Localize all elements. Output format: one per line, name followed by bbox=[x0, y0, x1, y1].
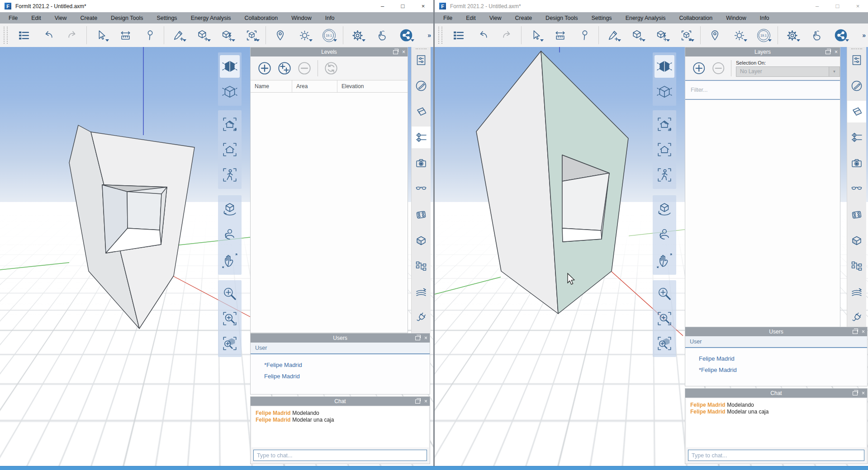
group-button[interactable] bbox=[243, 27, 260, 44]
shadows-button[interactable] bbox=[731, 27, 747, 44]
maximize-button[interactable]: □ bbox=[827, 0, 848, 12]
menu-create[interactable]: Create bbox=[508, 15, 539, 21]
group-button[interactable] bbox=[678, 27, 694, 44]
menu-info[interactable]: Info bbox=[753, 15, 776, 21]
add-shapes-button[interactable] bbox=[629, 27, 645, 44]
tab-fittings[interactable] bbox=[412, 204, 431, 226]
minimize-button[interactable]: – bbox=[807, 0, 827, 12]
refresh-levels-button[interactable] bbox=[324, 61, 338, 75]
add-layer-button[interactable] bbox=[693, 61, 706, 75]
column-elevation[interactable]: Elevation bbox=[337, 80, 408, 92]
chat-panel-titlebar[interactable]: Chat × bbox=[685, 389, 867, 398]
toolbar-drag-handle[interactable] bbox=[438, 27, 442, 44]
import-content-button[interactable] bbox=[654, 27, 670, 44]
import-content-button[interactable] bbox=[219, 27, 235, 44]
panel-close-button[interactable]: × bbox=[424, 399, 427, 404]
zoom-fit-home-button[interactable] bbox=[655, 113, 674, 136]
tab-section[interactable] bbox=[847, 230, 866, 251]
tab-scenes[interactable] bbox=[412, 152, 431, 174]
users-column-header[interactable]: User bbox=[251, 343, 430, 354]
menu-settings[interactable]: Settings bbox=[150, 15, 184, 21]
menu-energy-analysis[interactable]: Energy Analysis bbox=[184, 15, 238, 21]
area-units-button[interactable]: 19.1 bbox=[755, 27, 772, 44]
tab-fittings[interactable] bbox=[847, 204, 866, 226]
panel-close-button[interactable]: × bbox=[835, 49, 838, 55]
location-button[interactable] bbox=[707, 27, 723, 44]
pin-tool-button[interactable] bbox=[142, 27, 158, 44]
tab-sheets[interactable] bbox=[847, 101, 866, 122]
tab-properties[interactable] bbox=[847, 49, 866, 71]
look-around-button[interactable] bbox=[655, 224, 674, 246]
menu-design-tools[interactable]: Design Tools bbox=[104, 15, 150, 21]
tab-visual-styles[interactable] bbox=[847, 178, 866, 200]
dimension-tool-button[interactable] bbox=[552, 27, 568, 44]
walkthrough-button[interactable] bbox=[655, 164, 674, 186]
toolbar-drag-handle[interactable] bbox=[4, 27, 8, 44]
add-shapes-button[interactable] bbox=[194, 27, 211, 44]
share-button[interactable] bbox=[398, 27, 414, 44]
add-level-button[interactable] bbox=[258, 61, 271, 75]
select-tool-button[interactable] bbox=[93, 27, 109, 44]
layers-panel-titlebar[interactable]: Layers × bbox=[685, 47, 840, 56]
tab-object-tree[interactable] bbox=[412, 255, 431, 277]
zoom-window-button[interactable] bbox=[220, 307, 240, 330]
menu-design-tools[interactable]: Design Tools bbox=[539, 15, 584, 21]
redo-button[interactable] bbox=[64, 27, 81, 44]
toolbar-overflow-button[interactable]: » bbox=[862, 32, 866, 39]
tab-plugins[interactable] bbox=[412, 307, 431, 329]
menu-view[interactable]: View bbox=[483, 15, 508, 21]
draw-tool-button[interactable] bbox=[605, 27, 621, 44]
user-list-item[interactable]: *Felipe Madrid bbox=[251, 359, 430, 371]
tab-section[interactable] bbox=[412, 230, 431, 251]
pan-button[interactable] bbox=[655, 249, 674, 272]
menu-window[interactable]: Window bbox=[719, 15, 753, 21]
menu-collaboration[interactable]: Collaboration bbox=[238, 15, 285, 21]
panel-float-icon[interactable] bbox=[415, 336, 420, 340]
look-around-button[interactable] bbox=[220, 224, 240, 246]
menu-settings[interactable]: Settings bbox=[584, 15, 618, 21]
remove-layer-button[interactable] bbox=[712, 61, 725, 75]
menu-file[interactable]: File bbox=[2, 15, 24, 21]
main-menu-button[interactable] bbox=[450, 27, 466, 44]
orbit-button[interactable] bbox=[220, 198, 240, 221]
orbit-gesture-button[interactable] bbox=[808, 27, 825, 44]
panel-close-button[interactable]: × bbox=[862, 390, 865, 396]
view-cube-wire-button[interactable] bbox=[220, 80, 240, 103]
users-panel-titlebar[interactable]: Users × bbox=[251, 334, 430, 343]
pan-button[interactable] bbox=[220, 249, 240, 272]
menu-info[interactable]: Info bbox=[318, 15, 342, 21]
panel-close-button[interactable]: × bbox=[402, 49, 405, 55]
view-cube-wire-button[interactable] bbox=[655, 80, 674, 103]
remove-level-button[interactable] bbox=[298, 61, 311, 75]
view-cube-solid-button[interactable] bbox=[220, 55, 240, 78]
shadows-button[interactable] bbox=[296, 27, 313, 44]
orbit-button[interactable] bbox=[655, 198, 674, 221]
dropdown-arrow-button[interactable]: ▼ bbox=[829, 67, 840, 76]
zoom-window-button[interactable] bbox=[655, 307, 674, 330]
menu-create[interactable]: Create bbox=[74, 15, 104, 21]
panel-float-icon[interactable] bbox=[393, 50, 398, 54]
tab-properties[interactable] bbox=[412, 49, 431, 71]
panel-float-icon[interactable] bbox=[853, 330, 858, 334]
levels-table-body[interactable] bbox=[251, 93, 408, 333]
close-button[interactable]: × bbox=[848, 0, 868, 12]
maximize-button[interactable]: □ bbox=[393, 0, 413, 12]
zoom-selection-button[interactable] bbox=[655, 332, 674, 355]
settings-button[interactable] bbox=[349, 27, 365, 44]
pin-tool-button[interactable] bbox=[576, 27, 593, 44]
draw-tool-button[interactable] bbox=[170, 27, 186, 44]
area-units-button[interactable]: 19.1 bbox=[321, 27, 337, 44]
user-list-item[interactable]: Felipe Madrid bbox=[251, 371, 430, 382]
panel-close-button[interactable]: × bbox=[424, 335, 427, 341]
undo-button[interactable] bbox=[474, 27, 491, 44]
menu-energy-analysis[interactable]: Energy Analysis bbox=[619, 15, 673, 21]
layers-list-body[interactable] bbox=[685, 100, 840, 333]
chat-input[interactable] bbox=[688, 452, 864, 459]
menu-window[interactable]: Window bbox=[285, 15, 318, 21]
tab-layer-stack[interactable] bbox=[412, 281, 431, 303]
chat-input[interactable] bbox=[254, 452, 427, 459]
menu-file[interactable]: File bbox=[436, 15, 459, 21]
minimize-button[interactable]: – bbox=[372, 0, 393, 12]
panel-float-icon[interactable] bbox=[415, 400, 420, 404]
toolbar-overflow-button[interactable]: » bbox=[427, 32, 431, 39]
